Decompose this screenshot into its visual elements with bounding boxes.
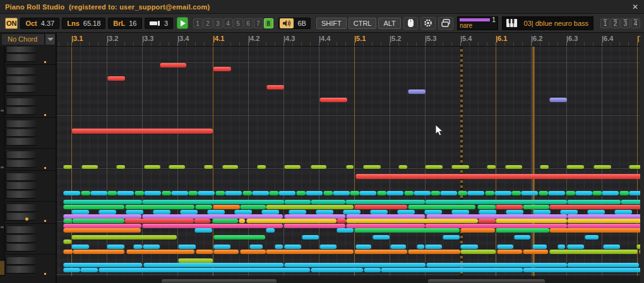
note[interactable] [133,245,142,249]
pattern-button-4[interactable]: 4 [224,18,233,28]
note[interactable] [144,165,160,169]
note[interactable] [222,165,238,169]
note[interactable] [511,191,521,195]
note[interactable] [98,210,116,214]
note[interactable] [213,235,265,240]
note[interactable] [567,263,639,267]
note[interactable] [346,224,425,228]
note[interactable] [549,205,641,209]
shift-button[interactable]: SHIFT [316,18,347,29]
note[interactable] [252,191,269,195]
black-key[interactable] [5,107,36,114]
note[interactable] [296,191,306,195]
note[interactable] [539,191,548,195]
note[interactable] [323,191,333,195]
black-key[interactable] [5,204,36,211]
note[interactable] [497,245,513,249]
note[interactable] [621,200,641,204]
note[interactable] [350,191,359,195]
note[interactable] [306,191,323,195]
note[interactable] [162,191,171,195]
key-scroll-strip[interactable] [0,47,5,276]
note[interactable] [63,214,141,219]
note[interactable] [417,245,424,249]
note[interactable] [261,210,279,214]
note[interactable] [242,191,252,195]
note[interactable] [124,219,194,223]
note[interactable] [283,224,345,228]
black-key[interactable] [5,47,36,52]
note[interactable] [467,191,484,195]
note[interactable] [134,191,144,195]
note[interactable] [505,165,522,169]
note[interactable] [354,205,407,209]
note[interactable] [337,219,346,223]
note[interactable] [144,191,161,195]
note[interactable] [63,200,142,204]
note[interactable] [71,245,89,249]
pattern-button-2[interactable]: 2 [203,18,213,28]
note[interactable] [487,165,496,169]
note[interactable] [72,219,124,223]
black-key[interactable] [5,76,36,83]
note[interactable] [355,245,371,249]
note[interactable] [215,191,225,195]
note[interactable] [178,245,196,249]
pattern-button-1[interactable]: 1 [193,18,203,28]
note[interactable] [107,76,125,81]
note[interactable] [117,191,134,195]
note[interactable] [548,191,565,195]
note[interactable] [592,191,602,195]
note[interactable] [355,174,643,179]
page-button-1[interactable]: 1 [600,18,610,28]
note[interactable] [458,191,467,195]
black-key[interactable] [5,160,36,167]
note[interactable] [90,191,107,195]
field-lns[interactable]: Lns65.18 [62,18,105,29]
note[interactable] [153,210,170,214]
note[interactable] [266,205,354,209]
note[interactable] [587,210,605,214]
field-brl[interactable]: BrL16 [108,18,141,29]
note[interactable] [549,228,641,233]
note[interactable] [143,263,283,267]
note[interactable] [116,165,125,169]
marker-line-dashed[interactable] [460,47,463,276]
note[interactable] [63,224,141,228]
note[interactable] [194,219,210,223]
pattern-button-5[interactable]: 5 [234,18,243,28]
note[interactable] [302,235,319,240]
note[interactable] [370,210,388,214]
note[interactable] [246,219,337,223]
on-button[interactable]: ON [5,18,18,29]
note[interactable] [171,191,188,195]
note[interactable] [494,191,511,195]
note[interactable] [514,235,530,240]
note[interactable] [196,250,213,254]
note[interactable] [414,191,431,195]
page-button-2[interactable]: 2 [611,18,620,28]
note[interactable] [63,250,73,254]
note[interactable] [451,210,469,214]
note[interactable] [354,228,460,233]
note[interactable] [398,165,407,169]
note[interactable] [521,191,538,195]
black-key[interactable] [5,266,36,273]
instrument-display[interactable]: 03| dblue neuro bass [502,16,593,30]
note[interactable] [629,165,641,169]
note[interactable] [345,200,425,204]
note[interactable] [567,219,641,223]
mouse-tool-button[interactable] [403,17,418,30]
note[interactable] [204,165,213,169]
note[interactable] [337,228,354,233]
scrollbar-blob[interactable] [162,279,269,283]
note[interactable] [311,200,345,204]
black-key[interactable] [5,226,36,233]
note[interactable] [451,165,469,169]
note[interactable] [426,214,567,219]
play-button[interactable] [177,17,188,29]
note[interactable] [284,245,301,249]
alt-button[interactable]: ALT [378,18,400,29]
note[interactable] [289,210,306,214]
black-key[interactable] [5,235,36,242]
